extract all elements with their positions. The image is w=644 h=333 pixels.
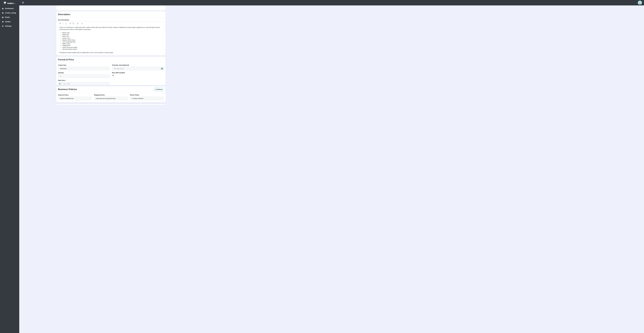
return-policy-field: Return Policy (130, 94, 164, 100)
brand-suffix: AI (14, 3, 16, 4)
format-price-title: Format & Price (58, 58, 74, 61)
refresh-label: Refresh (158, 89, 162, 90)
sidebar-item-dashboard[interactable]: Dashboard (0, 6, 19, 11)
bullet-item: Material: 100% Cotton (62, 39, 162, 41)
schedule-start-label: Schedule start (Optional) (112, 64, 164, 66)
sidebar-item-label: Create Listing (5, 12, 16, 14)
shipping-policy-input[interactable] (94, 97, 128, 100)
bullet-item: Classic five-pocket styling (62, 47, 162, 48)
shipping-policy-label: Shipping Policy (94, 94, 128, 96)
listing-type-label: Listing Type (58, 64, 110, 66)
book-icon (2, 21, 4, 22)
numbered-list-icon[interactable]: 1 2 3 (72, 22, 74, 25)
link-icon[interactable] (76, 22, 79, 25)
sellbot-monitor-icon: $ (4, 1, 6, 4)
payment-policy-input[interactable] (58, 97, 92, 100)
editor-toolbar: B I U 1 (58, 22, 164, 25)
bullet-item: Straight leg fit (62, 45, 162, 46)
schedule-start-field: Schedule start (Optional) (112, 64, 164, 70)
quantity-field: Quantity (58, 72, 110, 78)
start-price-input[interactable] (62, 82, 110, 85)
sidebar-item-label: Guides (5, 21, 10, 22)
quantity-input[interactable] (58, 74, 110, 78)
code-icon[interactable]: <> (81, 22, 83, 25)
payment-policy-field: Payment Policy (58, 94, 92, 100)
hamburger-menu-icon[interactable] (22, 1, 24, 4)
italic-icon[interactable]: I (62, 22, 64, 25)
cutoff-input[interactable] (58, 5, 164, 6)
sidebar-item-settings[interactable]: Settings (0, 24, 19, 28)
quantity-label: Quantity (58, 72, 110, 73)
cutoff-card (56, 5, 166, 10)
description-bullet-list: Brand: Levi's Model: 505 Waist: 33 in In… (60, 32, 162, 50)
sidebar-item-guides[interactable]: Guides (0, 19, 19, 24)
description-intro: Classic Levi's 505 jeans in a light wash… (60, 26, 162, 30)
calendar-button[interactable] (160, 67, 164, 70)
shipping-policy-field: Shipping Policy (94, 94, 128, 100)
main-content: Description Item Description B I U (19, 0, 203, 105)
calendar-icon (161, 68, 163, 69)
listing-type-field: Listing Type (58, 64, 110, 70)
format-price-card: Format & Price Listing Type Schedule sta… (56, 56, 166, 85)
bullet-item: Inseam: 30 in (62, 37, 162, 39)
bold-icon[interactable]: B (59, 22, 62, 25)
start-price-field: Start Price* $ (58, 80, 110, 85)
best-offer-label: Best Offer Enabled (112, 72, 164, 73)
currency-prefix: $ (58, 82, 62, 85)
sidebar-item-drafts[interactable]: Drafts (0, 15, 19, 19)
sidebar: Dashboard Create Listing Drafts Guides (0, 5, 19, 105)
bullet-item: Brand: Levi's (62, 32, 162, 33)
sidebar-item-label: Dashboard (5, 8, 14, 9)
description-condition: Excellent pre-owned condition with no no… (60, 52, 162, 54)
brand-logo: $ SellBot AI (0, 1, 19, 4)
rich-text-editor: B I U 1 (58, 21, 164, 55)
bullet-item: Waist: 33 in (62, 36, 162, 37)
bullet-item: Color: Light Wash Blue (62, 41, 162, 43)
listing-type-input[interactable] (58, 67, 110, 70)
best-offer-toggle[interactable] (112, 74, 116, 76)
sidebar-item-create-listing[interactable]: Create Listing (0, 11, 19, 15)
plus-circle-icon (2, 12, 4, 14)
bullet-item: Zip fly with button closure (62, 48, 162, 50)
bullet-item: Model: 505 (62, 34, 162, 35)
list-icon (2, 16, 4, 18)
svg-text:3: 3 (72, 24, 73, 24)
home-icon (2, 8, 4, 9)
underline-icon[interactable]: U (64, 22, 67, 25)
bullet-list-icon[interactable] (69, 22, 72, 25)
next-card-sliver (56, 104, 166, 105)
schedule-start-input[interactable] (112, 67, 160, 70)
refresh-icon (155, 89, 157, 90)
payment-policy-label: Payment Policy (58, 94, 92, 96)
business-policies-card: Business Policies Refresh Payment Policy (56, 86, 166, 102)
sidebar-item-label: Settings (5, 25, 12, 27)
description-card: Description Item Description B I U (56, 11, 166, 55)
brand-name: SellBot (7, 2, 14, 4)
return-policy-input[interactable] (130, 97, 164, 100)
start-price-label: Start Price* (58, 80, 110, 81)
description-title: Description (58, 13, 70, 16)
gear-icon (2, 25, 4, 27)
refresh-button[interactable]: Refresh (154, 88, 164, 91)
required-asterisk: * (66, 80, 66, 81)
business-policies-title: Business Policies (58, 88, 77, 91)
editor-content[interactable]: Classic Levi's 505 jeans in a light wash… (58, 25, 164, 55)
best-offer-field: Best Offer Enabled (112, 72, 164, 78)
bullet-item: Made in USA (62, 43, 162, 44)
return-policy-label: Return Policy (130, 94, 164, 96)
top-bar: $ SellBot AI (0, 0, 203, 5)
sidebar-item-label: Drafts (5, 16, 10, 18)
item-description-label: Item Description (58, 19, 164, 21)
